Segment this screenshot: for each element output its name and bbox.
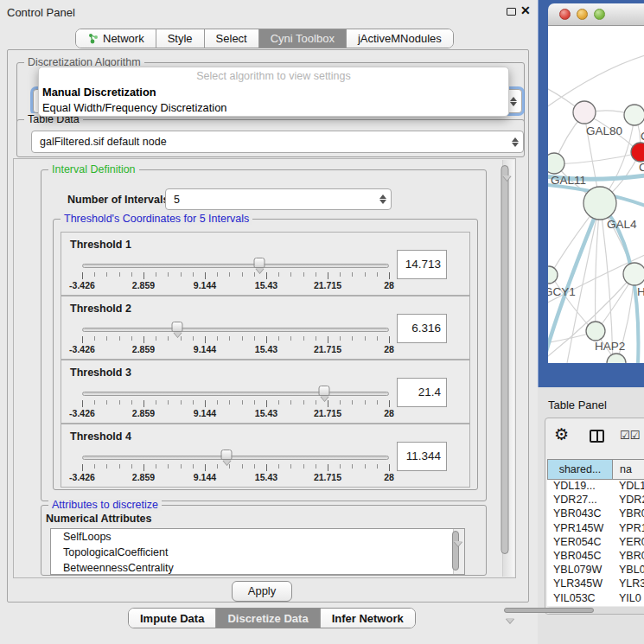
node-label: GA xyxy=(641,130,644,143)
list-item[interactable]: SelfLoops xyxy=(51,529,464,545)
table-row[interactable]: YER054CYER0 xyxy=(547,536,644,550)
float-window-icon[interactable] xyxy=(507,8,516,16)
stepper-arrows-icon xyxy=(379,189,386,209)
list-item[interactable]: BetweennessCentrality xyxy=(51,560,464,575)
tab-impute-data[interactable]: Impute Data xyxy=(129,609,216,628)
table-row[interactable]: YBL079WYBL0 xyxy=(547,564,644,577)
network-window[interactable]: GAL80 GA C GAL11 GAL4 GCY1 H HAP2 xyxy=(548,3,644,363)
table-row[interactable]: YPR145WYPR1 xyxy=(547,522,644,536)
slider-track[interactable] xyxy=(82,264,389,268)
gear-icon[interactable]: ⚙ xyxy=(554,426,569,443)
tab-cyni-toolbox[interactable]: Cyni Toolbox xyxy=(259,29,347,48)
table-panel-title: Table Panel xyxy=(548,399,607,411)
apply-button[interactable]: Apply xyxy=(232,581,292,602)
thresholds-group: Threshold's Coordinates for 5 Intervals … xyxy=(53,219,478,490)
slider-tick-labels: -3.426 2.859 9.144 15.43 21.715 28 xyxy=(82,344,389,354)
tab-label: Network xyxy=(103,32,144,45)
group-title: Interval Definition xyxy=(48,163,139,175)
column-header-shared-name[interactable]: shared... xyxy=(547,459,613,480)
slider-ticks xyxy=(82,464,390,469)
tab-jactivemnodules[interactable]: jActiveMNodules xyxy=(347,29,453,48)
table-row[interactable]: YLR345WYLR3 xyxy=(547,577,644,591)
slider-track[interactable] xyxy=(82,328,389,332)
tab-network[interactable]: Network xyxy=(76,29,156,48)
table-row[interactable]: YDR27...YDR2 xyxy=(547,494,644,507)
node-hap2[interactable] xyxy=(586,322,605,341)
columns-icon[interactable] xyxy=(590,430,604,443)
threshold-1-value-field[interactable]: 14.713 xyxy=(397,250,447,279)
node-gcy1[interactable] xyxy=(548,266,558,284)
table-data-combobox[interactable]: galFiltered.sif default node xyxy=(31,131,524,153)
number-of-intervals-combobox[interactable]: 5 xyxy=(165,188,392,210)
select-columns-checkboxes-icon[interactable]: ☑☑ xyxy=(620,429,640,442)
tab-style[interactable]: Style xyxy=(156,29,205,48)
number-of-intervals-label: Number of Intervals xyxy=(67,194,169,206)
close-icon[interactable]: ✕ xyxy=(520,3,531,17)
column-header-name[interactable]: na xyxy=(613,459,644,480)
node-gal11[interactable] xyxy=(548,153,564,174)
network-icon xyxy=(87,33,99,44)
slider-thumb[interactable] xyxy=(172,322,183,332)
numerical-attributes-list[interactable]: SelfLoops TopologicalCoefficient Between… xyxy=(50,528,465,575)
threshold-4-panel: Threshold 4 -3.426 2.859 9.144 15.43 21.… xyxy=(61,424,470,488)
dropdown-item-equal-width-frequency[interactable]: Equal Width/Frequency Discretization xyxy=(39,100,508,116)
table-panel-region: Table Panel ⚙ ☑☑ shared... na YDL19...YD… xyxy=(538,387,644,644)
network-graph: GAL80 GA C GAL11 GAL4 GCY1 H HAP2 xyxy=(548,26,644,363)
panel-title: Control Panel xyxy=(7,6,75,19)
slider-thumb[interactable] xyxy=(319,386,330,396)
node-partial[interactable] xyxy=(607,354,626,363)
settings-scrollbar[interactable] xyxy=(502,160,514,577)
table-body: YDL19...YDL1 YDR27...YDR2 YBR043CYBR0 YP… xyxy=(547,480,644,606)
tab-select[interactable]: Select xyxy=(205,29,259,48)
slider-tick-labels: -3.426 2.859 9.144 15.43 21.715 28 xyxy=(82,472,389,482)
slider-track[interactable] xyxy=(82,392,389,396)
numerical-attributes-label: Numerical Attributes xyxy=(46,513,151,525)
slider-ticks xyxy=(82,336,390,341)
close-traffic-light-icon[interactable] xyxy=(559,9,571,20)
threshold-4-value-field[interactable]: 11.344 xyxy=(397,442,447,471)
tab-infer-network[interactable]: Infer Network xyxy=(321,609,415,628)
slider-thumb[interactable] xyxy=(253,258,265,268)
node-label: C xyxy=(639,161,644,174)
node-gal4[interactable] xyxy=(583,187,616,220)
slider-thumb[interactable] xyxy=(220,450,232,460)
threshold-1-panel: Threshold 1 -3.426 2.859 9.144 15.43 21.… xyxy=(61,232,470,296)
table-data-group: Table Data galFiltered.sif default node xyxy=(16,119,525,157)
settings-scroll-area: Interval Definition Number of Intervals … xyxy=(13,158,516,578)
node-label: HAP2 xyxy=(595,340,625,353)
node-gal80[interactable] xyxy=(573,101,596,124)
node-label: GAL80 xyxy=(586,124,622,137)
group-title: Attributes to discretize xyxy=(48,499,162,511)
slider-ticks xyxy=(82,400,390,405)
dropdown-item-manual-discretization[interactable]: Manual Discretization xyxy=(39,85,508,100)
network-window-titlebar[interactable] xyxy=(548,3,644,26)
cyni-toolbox-panel: Discretization Algorithm Select algorith… xyxy=(7,49,529,603)
dropdown-prompt-item[interactable]: Select algorithm to view settings xyxy=(39,67,508,85)
node-h[interactable] xyxy=(623,263,644,285)
list-item[interactable]: TopologicalCoefficient xyxy=(51,545,464,560)
zoom-traffic-light-icon[interactable] xyxy=(594,9,605,20)
network-canvas[interactable]: GAL80 GA C GAL11 GAL4 GCY1 H HAP2 xyxy=(548,26,644,363)
node-red[interactable] xyxy=(631,143,644,162)
table-row[interactable]: YBR043CYBR0 xyxy=(547,507,644,521)
stepper-arrows-icon xyxy=(510,90,517,112)
number-of-intervals-value: 5 xyxy=(174,194,180,206)
table-row[interactable]: YBR045CYBR0 xyxy=(547,550,644,564)
node-label: GAL4 xyxy=(607,218,637,231)
slider-track[interactable] xyxy=(82,456,389,460)
threshold-2-value-field[interactable]: 6.316 xyxy=(397,314,447,343)
stepper-arrows-icon xyxy=(512,131,519,152)
node-label: GCY1 xyxy=(548,285,576,298)
threshold-3-panel: Threshold 3 -3.426 2.859 9.144 15.43 21.… xyxy=(61,360,470,424)
table-panel: ⚙ ☑☑ shared... na YDL19...YDL1 YDR27...Y… xyxy=(545,418,644,615)
table-row[interactable]: YIL053CYIL0 xyxy=(547,592,644,606)
list-scrollbar[interactable] xyxy=(453,529,464,574)
tab-discretize-data[interactable]: Discretize Data xyxy=(216,609,320,628)
threshold-3-value-field[interactable]: 21.4 xyxy=(397,378,447,407)
table-horizontal-scrollbar[interactable] xyxy=(547,607,644,614)
table-data-selected-value: galFiltered.sif default node xyxy=(40,136,167,148)
table-row[interactable]: YDL19...YDL1 xyxy=(547,480,644,494)
minimize-traffic-light-icon[interactable] xyxy=(577,9,588,20)
node-ga[interactable] xyxy=(624,105,644,125)
top-tab-bar: Network Style Select Cyni Toolbox jActiv… xyxy=(75,29,454,48)
